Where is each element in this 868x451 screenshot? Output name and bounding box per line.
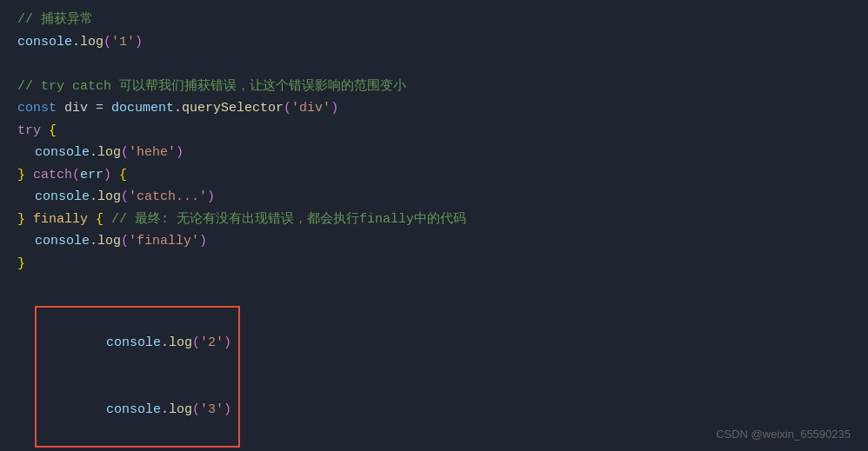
blank-line-2 bbox=[17, 275, 851, 297]
code-line-finally: } finally { // 最终: 无论有没有出现错误，都会执行finally… bbox=[17, 209, 851, 231]
code-line-comment2: // try catch 可以帮我们捕获错误，让这个错误影响的范围变小 bbox=[17, 76, 851, 98]
code-line-comment1: // 捕获异常 bbox=[17, 9, 851, 31]
code-line-catch-log: console.log('catch...') bbox=[17, 186, 851, 209]
code-line-catch: } catch(err) { bbox=[17, 164, 851, 187]
code-line-close: } bbox=[17, 253, 851, 275]
code-editor: // 捕获异常 console.log('1') // try catch 可以… bbox=[0, 0, 868, 451]
code-line-console3: console.log('3') bbox=[43, 376, 231, 443]
comment2-text: // try catch 可以帮我们捕获错误，让这个错误影响的范围变小 bbox=[17, 76, 406, 98]
code-line-console1: console.log('1') bbox=[17, 31, 851, 54]
blank-line-1 bbox=[17, 53, 851, 76]
code-line-try: try { bbox=[17, 120, 851, 143]
comment1-text: // 捕获异常 bbox=[17, 9, 93, 31]
highlighted-block: console.log('2') console.log('3') bbox=[17, 306, 851, 448]
code-line-hehe: console.log('hehe') bbox=[17, 142, 851, 164]
code-line-const: const div = document.querySelector('div'… bbox=[17, 97, 851, 120]
code-line-finally-log: console.log('finally') bbox=[17, 230, 851, 253]
code-line-console2: console.log('2') bbox=[43, 310, 231, 377]
watermark-text: CSDN @weixin_65590235 bbox=[716, 428, 851, 441]
red-border-box: console.log('2') console.log('3') bbox=[35, 306, 240, 448]
